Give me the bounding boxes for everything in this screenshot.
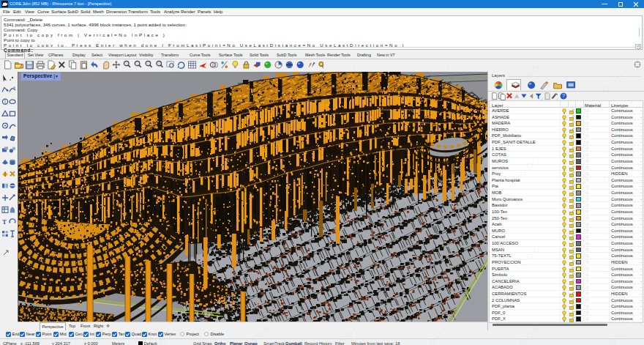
svg-text:T: T: [2, 218, 7, 226]
svg-text:?: ?: [562, 93, 565, 98]
